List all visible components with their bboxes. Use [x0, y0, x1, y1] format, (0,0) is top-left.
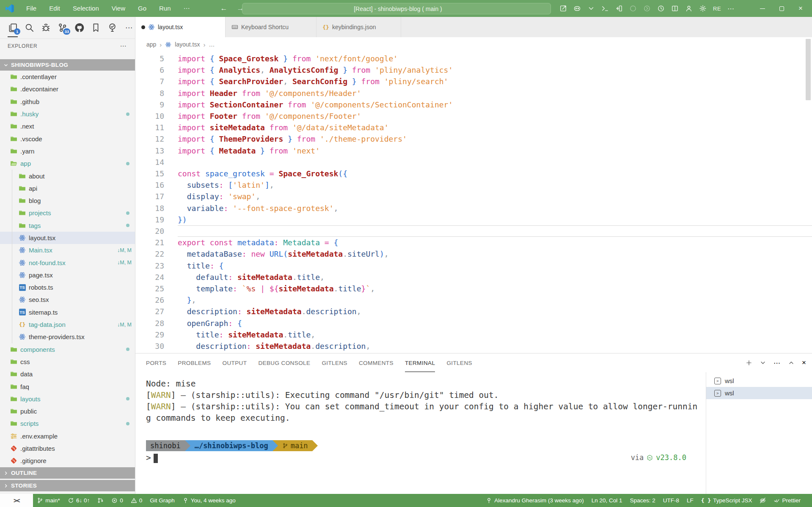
- tree-item-tag-data.json[interactable]: {}tag-data.json↓M, M: [0, 318, 135, 331]
- status-item-branch-status[interactable]: main*: [33, 494, 64, 507]
- project-root-header[interactable]: SHINOBIWPS-BLOG: [0, 59, 135, 71]
- tree-item-tags[interactable]: tags: [0, 219, 135, 232]
- tree-item-layouts[interactable]: layouts: [0, 393, 135, 405]
- tree-item-theme-providers.tsx[interactable]: theme-providers.tsx: [0, 331, 135, 343]
- menu-edit[interactable]: Edit: [49, 5, 60, 12]
- tree-item-.contentlayer[interactable]: .contentlayer: [0, 71, 135, 83]
- panel-tab-terminal[interactable]: TERMINAL: [405, 354, 435, 372]
- tab-keybindings.json[interactable]: {}keybindings.json: [317, 17, 401, 37]
- status-item-notifications[interactable]: [804, 494, 812, 507]
- tree-item-layout.tsx[interactable]: layout.tsx: [0, 232, 135, 244]
- command-center-search[interactable]: [React] - shinobiwps-blog ( main ): [242, 3, 551, 14]
- status-item-errors[interactable]: 0: [107, 494, 127, 507]
- panel-tab-debug-console[interactable]: DEBUG CONSOLE: [258, 354, 310, 372]
- editor-scrollbar[interactable]: [806, 39, 811, 100]
- tree-item-app[interactable]: app: [0, 157, 135, 170]
- terminal-list-item[interactable]: >wsl: [706, 387, 812, 399]
- outline-section-header[interactable]: OUTLINE: [0, 467, 135, 479]
- circle-back-icon[interactable]: [629, 5, 637, 12]
- tree-item-.gitignore[interactable]: .gitignore: [0, 455, 135, 467]
- activity-item-github[interactable]: [73, 19, 85, 37]
- back-arrow-icon[interactable]: ←: [220, 4, 228, 13]
- terminal-input-line[interactable]: >viav23.8.0: [146, 452, 706, 463]
- tree-item-.env.example[interactable]: .env.example: [0, 430, 135, 442]
- tree-item-.github[interactable]: .github: [0, 96, 135, 108]
- status-item-remote-indicator[interactable]: ><: [0, 494, 33, 507]
- panel-tab-problems[interactable]: PROBLEMS: [178, 354, 211, 372]
- close-icon[interactable]: ×: [802, 359, 806, 367]
- tree-item-data[interactable]: data: [0, 368, 135, 380]
- explorer-more-icon[interactable]: ⋯: [120, 42, 127, 50]
- chevron-down-icon[interactable]: [587, 5, 595, 12]
- breadcrumb-item[interactable]: app: [146, 41, 156, 48]
- status-item-language-mode[interactable]: { }TypeScript JSX: [697, 494, 756, 507]
- tree-item-seo.tsx[interactable]: seo.tsx: [0, 293, 135, 306]
- plus-icon[interactable]: [746, 359, 752, 366]
- activity-item-testing[interactable]: [107, 19, 118, 37]
- status-item-cursor-position[interactable]: Ln 20, Col 1: [588, 494, 626, 507]
- activity-item-more[interactable]: ⋯: [123, 19, 135, 37]
- tree-item-.husky[interactable]: .husky: [0, 108, 135, 120]
- menu-selection[interactable]: Selection: [73, 5, 99, 12]
- extension-label[interactable]: RE: [713, 5, 721, 12]
- panel-tab-ports[interactable]: PORTS: [146, 354, 166, 372]
- split-editor-icon[interactable]: [615, 5, 623, 12]
- terminal-list-item[interactable]: >wsl: [706, 375, 812, 387]
- terminal[interactable]: Node: mise[WARN] – (starship::utils): Ex…: [135, 372, 706, 494]
- tree-item-faq[interactable]: faq: [0, 380, 135, 392]
- activity-item-debug[interactable]: [40, 19, 52, 37]
- open-editors-icon[interactable]: [559, 5, 567, 12]
- chevron-up-icon[interactable]: [788, 359, 795, 366]
- panel-tab-gitlens[interactable]: GITLENS: [446, 354, 472, 372]
- tree-item-.devcontainer[interactable]: .devcontainer: [0, 83, 135, 95]
- circle-forward-icon[interactable]: [643, 5, 651, 12]
- menu-view[interactable]: View: [112, 5, 125, 12]
- tree-item-css[interactable]: css: [0, 356, 135, 368]
- tree-item-Main.tsx[interactable]: Main.tsx↓M, M: [0, 244, 135, 256]
- menu-file[interactable]: File: [26, 5, 36, 12]
- timeline-icon[interactable]: [657, 5, 665, 12]
- copilot-icon[interactable]: [573, 5, 581, 12]
- tree-item-page.tsx[interactable]: page.tsx: [0, 269, 135, 281]
- account-icon[interactable]: [685, 5, 693, 12]
- panel-tab-comments[interactable]: COMMENTS: [359, 354, 394, 372]
- close-icon[interactable]: ×: [798, 4, 803, 13]
- tree-item-not-found.tsx[interactable]: not-found.tsx↓M, M: [0, 256, 135, 269]
- tree-item-.next[interactable]: .next: [0, 120, 135, 132]
- activity-item-explorer[interactable]: 1: [7, 19, 19, 37]
- tree-item-.yarn[interactable]: .yarn: [0, 145, 135, 157]
- settings-gear-icon[interactable]: [699, 5, 707, 12]
- tree-item-projects[interactable]: projects: [0, 207, 135, 219]
- tree-item-about[interactable]: about: [0, 170, 135, 182]
- menu-more[interactable]: ⋯: [184, 5, 190, 12]
- status-item-git-graph-icon-item[interactable]: [94, 494, 107, 507]
- stories-section-header[interactable]: STORIES: [0, 480, 135, 491]
- layout-columns-icon[interactable]: [671, 5, 679, 12]
- status-item-blame-you[interactable]: You, 4 weeks ago: [179, 494, 239, 507]
- status-item-blame-author[interactable]: Alexandru Gherasim (3 weeks ago): [482, 494, 588, 507]
- status-item-encoding[interactable]: UTF-8: [659, 494, 683, 507]
- status-item-git-graph[interactable]: Git Graph: [146, 494, 179, 507]
- activity-item-bookmarks[interactable]: [90, 19, 102, 37]
- status-item-warnings[interactable]: 0: [127, 494, 146, 507]
- maximize-icon[interactable]: [779, 6, 784, 11]
- breadcrumb[interactable]: app›layout.tsx›…: [135, 37, 812, 52]
- tree-item-sitemap.ts[interactable]: TSsitemap.ts: [0, 306, 135, 318]
- minimize-icon[interactable]: [760, 8, 765, 9]
- tab-layout.tsx[interactable]: layout.tsx: [135, 17, 226, 37]
- status-item-copilot-status[interactable]: [756, 494, 770, 507]
- tree-item-public[interactable]: public: [0, 405, 135, 417]
- tree-item-blog[interactable]: blog: [0, 195, 135, 207]
- breadcrumb-item[interactable]: …: [209, 41, 215, 48]
- breadcrumb-item[interactable]: layout.tsx: [175, 41, 200, 48]
- tree-item-.gitattributes[interactable]: .gitattributes: [0, 442, 135, 455]
- status-item-prettier-status[interactable]: Prettier: [770, 494, 804, 507]
- terminal-icon[interactable]: [601, 5, 609, 12]
- tree-item-api[interactable]: api: [0, 182, 135, 195]
- more-icon[interactable]: ⋯: [773, 359, 781, 367]
- more-icon[interactable]: ⋯: [727, 5, 735, 13]
- code-editor[interactable]: 5import { Space_Grotesk } from 'next/fon…: [135, 52, 812, 353]
- tree-item-robots.ts[interactable]: TSrobots.ts: [0, 281, 135, 293]
- tree-item-components[interactable]: components: [0, 343, 135, 356]
- chevron-down-icon[interactable]: [760, 359, 766, 366]
